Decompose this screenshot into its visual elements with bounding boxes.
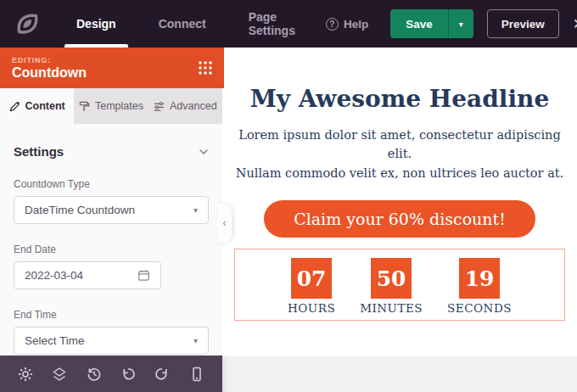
navbar-tabs: Design Connect Page Settings: [64, 0, 326, 48]
preview-button[interactable]: Preview: [487, 9, 559, 38]
tab-advanced[interactable]: Advanced: [148, 88, 222, 124]
page-paragraph[interactable]: Lorem ipsum dolor sit amet, consectetur …: [228, 126, 571, 182]
countdown-minutes-label: MINUTES: [360, 301, 423, 315]
chevron-down-icon: [199, 147, 209, 157]
tab-content[interactable]: Content: [0, 88, 74, 124]
countdown-unit-hours: 07 HOURS: [288, 258, 335, 315]
nav-tab-design[interactable]: Design: [64, 0, 128, 48]
top-navbar: Design Connect Page Settings ? Help Save…: [0, 0, 577, 48]
help-button[interactable]: ? Help: [326, 18, 368, 31]
history-icon[interactable]: [87, 367, 102, 382]
editing-header: EDITING: Countdown: [0, 48, 224, 88]
select-caret-icon: ▾: [193, 336, 198, 345]
countdown-type-select[interactable]: DateTime Countdown ▾: [14, 196, 209, 224]
landing-page-preview: My Awesome Headline Lorem ipsum dolor si…: [222, 48, 577, 356]
end-date-input[interactable]: 2022-03-04: [14, 261, 161, 289]
page-headline[interactable]: My Awesome Headline: [250, 85, 550, 113]
content-settings-panel: Settings Countdown Type DateTime Countdo…: [0, 124, 222, 356]
countdown-unit-seconds: 19 SECONDS: [447, 258, 512, 315]
countdown-hours-value: 07: [291, 258, 332, 299]
layers-icon[interactable]: [52, 367, 67, 382]
help-label: Help: [344, 18, 368, 31]
countdown-type-label: Countdown Type: [14, 178, 209, 190]
save-button[interactable]: Save: [390, 9, 448, 38]
end-time-value: Select Time: [25, 334, 85, 347]
calendar-icon: [137, 269, 150, 282]
end-time-label: End Time: [14, 309, 209, 321]
tab-templates[interactable]: Templates: [74, 88, 148, 124]
seedprod-logo-icon: [12, 8, 42, 39]
end-date-label: End Date: [14, 244, 209, 255]
nav-tab-page-settings[interactable]: Page Settings: [237, 0, 307, 48]
countdown-type-value: DateTime Countdown: [25, 204, 135, 216]
tab-templates-label: Templates: [95, 100, 143, 112]
editing-block-name: Countdown: [12, 65, 224, 81]
drag-handle-icon[interactable]: [197, 59, 214, 76]
countdown-unit-minutes: 50 MINUTES: [360, 258, 423, 315]
paint-roller-icon: [79, 101, 90, 112]
mobile-preview-icon[interactable]: [189, 367, 204, 382]
panel-tabs: Content Templates Advanced: [0, 88, 222, 124]
pencil-icon: [9, 101, 20, 112]
close-icon[interactable]: ✕: [573, 17, 577, 31]
countdown-hours-label: HOURS: [288, 301, 335, 315]
tab-advanced-label: Advanced: [170, 100, 217, 112]
countdown-block-selected[interactable]: 07 HOURS 50 MINUTES 19 SECONDS: [234, 249, 565, 321]
navbar-actions: ? Help Save ▾ Preview ✕: [326, 9, 577, 38]
tab-content-label: Content: [25, 100, 65, 112]
sidebar-collapse-handle[interactable]: ‹: [217, 204, 232, 243]
countdown-seconds-label: SECONDS: [447, 301, 512, 315]
undo-icon[interactable]: [120, 367, 136, 382]
nav-tab-connect[interactable]: Connect: [147, 0, 218, 48]
page-builder-app: Design Connect Page Settings ? Help Save…: [0, 0, 577, 392]
cta-discount-button[interactable]: Claim your 60% discount!: [264, 200, 535, 238]
settings-section-header[interactable]: Settings: [14, 144, 209, 159]
preview-canvas: My Awesome Headline Lorem ipsum dolor si…: [222, 48, 577, 392]
settings-section-title: Settings: [14, 144, 64, 159]
end-time-select[interactable]: Select Time ▾: [14, 327, 209, 355]
end-date-value: 2022-03-04: [25, 269, 83, 282]
redo-icon[interactable]: [154, 367, 170, 382]
settings-gear-icon[interactable]: [18, 367, 33, 382]
countdown-minutes-value: 50: [371, 258, 412, 299]
help-icon: ?: [326, 18, 339, 31]
save-dropdown-caret-icon[interactable]: ▾: [448, 9, 473, 38]
save-split-button: Save ▾: [390, 9, 473, 38]
sliders-icon: [154, 101, 165, 112]
builder-bottom-toolbar: [0, 356, 222, 392]
editing-label: EDITING:: [12, 56, 224, 64]
select-caret-icon: ▾: [193, 205, 198, 215]
countdown-seconds-value: 19: [459, 258, 500, 299]
